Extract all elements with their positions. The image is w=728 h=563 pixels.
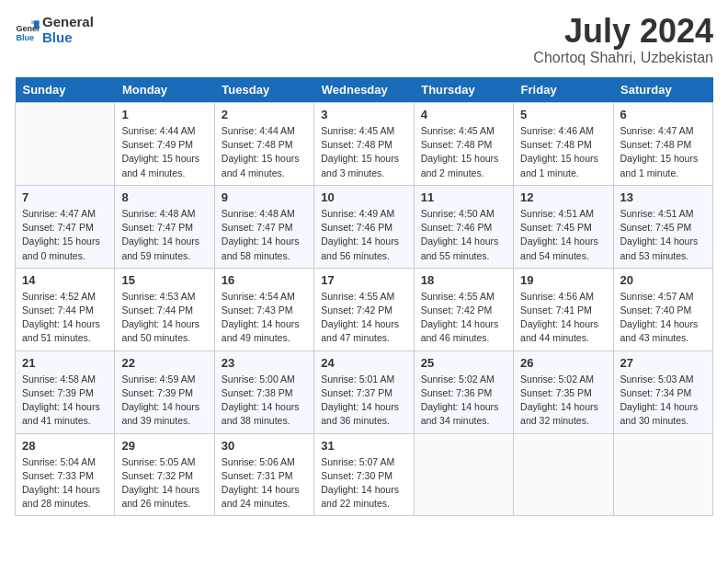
day-info: Sunrise: 4:44 AMSunset: 7:48 PMDaylight:… — [222, 124, 307, 180]
weekday-header-friday: Friday — [514, 77, 613, 103]
weekday-header-tuesday: Tuesday — [214, 77, 313, 103]
calendar-day-cell: 15Sunrise: 4:53 AMSunset: 7:44 PMDayligh… — [115, 268, 214, 350]
weekday-header-saturday: Saturday — [613, 77, 712, 103]
day-info: Sunrise: 4:48 AMSunset: 7:47 PMDaylight:… — [222, 207, 307, 263]
calendar-week-row: 14Sunrise: 4:52 AMSunset: 7:44 PMDayligh… — [16, 268, 713, 350]
calendar-table: SundayMondayTuesdayWednesdayThursdayFrid… — [15, 77, 713, 516]
day-info: Sunrise: 5:01 AMSunset: 7:37 PMDaylight:… — [321, 373, 406, 429]
day-number: 28 — [22, 439, 108, 453]
weekday-header-row: SundayMondayTuesdayWednesdayThursdayFrid… — [16, 77, 713, 103]
day-info: Sunrise: 4:55 AMSunset: 7:42 PMDaylight:… — [421, 290, 506, 346]
day-number: 21 — [22, 356, 108, 370]
day-info: Sunrise: 4:58 AMSunset: 7:39 PMDaylight:… — [22, 373, 108, 429]
calendar-day-cell: 5Sunrise: 4:46 AMSunset: 7:48 PMDaylight… — [514, 103, 613, 186]
day-info: Sunrise: 5:00 AMSunset: 7:38 PMDaylight:… — [222, 373, 307, 429]
calendar-week-row: 28Sunrise: 5:04 AMSunset: 7:33 PMDayligh… — [16, 433, 713, 516]
calendar-day-cell: 22Sunrise: 4:59 AMSunset: 7:39 PMDayligh… — [115, 350, 214, 433]
day-info: Sunrise: 5:05 AMSunset: 7:32 PMDaylight:… — [121, 455, 207, 511]
calendar-day-cell: 20Sunrise: 4:57 AMSunset: 7:40 PMDayligh… — [613, 268, 712, 350]
day-info: Sunrise: 4:54 AMSunset: 7:43 PMDaylight:… — [222, 290, 307, 346]
calendar-day-cell: 24Sunrise: 5:01 AMSunset: 7:37 PMDayligh… — [314, 350, 414, 433]
weekday-header-thursday: Thursday — [414, 77, 513, 103]
calendar-day-cell: 23Sunrise: 5:00 AMSunset: 7:38 PMDayligh… — [214, 350, 313, 433]
day-number: 29 — [121, 439, 207, 453]
calendar-day-cell: 31Sunrise: 5:07 AMSunset: 7:30 PMDayligh… — [314, 433, 414, 516]
calendar-day-cell — [414, 433, 513, 516]
calendar-day-cell — [16, 103, 115, 186]
calendar-day-cell: 19Sunrise: 4:56 AMSunset: 7:41 PMDayligh… — [514, 268, 613, 350]
day-info: Sunrise: 5:04 AMSunset: 7:33 PMDaylight:… — [22, 455, 108, 511]
day-info: Sunrise: 4:48 AMSunset: 7:47 PMDaylight:… — [121, 207, 207, 263]
calendar-day-cell: 30Sunrise: 5:06 AMSunset: 7:31 PMDayligh… — [214, 433, 313, 516]
day-number: 1 — [121, 108, 207, 121]
day-number: 6 — [620, 108, 706, 121]
day-info: Sunrise: 4:51 AMSunset: 7:45 PMDaylight:… — [620, 207, 706, 263]
calendar-day-cell: 7Sunrise: 4:47 AMSunset: 7:47 PMDaylight… — [16, 185, 115, 268]
calendar-day-cell: 1Sunrise: 4:44 AMSunset: 7:49 PMDaylight… — [115, 103, 214, 186]
day-number: 18 — [421, 273, 506, 287]
calendar-day-cell: 26Sunrise: 5:02 AMSunset: 7:35 PMDayligh… — [514, 350, 613, 433]
calendar-week-row: 21Sunrise: 4:58 AMSunset: 7:39 PMDayligh… — [16, 350, 713, 433]
calendar-day-cell: 28Sunrise: 5:04 AMSunset: 7:33 PMDayligh… — [16, 433, 115, 516]
day-number: 5 — [520, 108, 606, 121]
day-number: 3 — [321, 108, 406, 121]
day-number: 4 — [421, 108, 506, 121]
day-info: Sunrise: 4:45 AMSunset: 7:48 PMDaylight:… — [421, 124, 506, 180]
day-number: 24 — [321, 356, 406, 370]
day-number: 27 — [620, 356, 706, 370]
day-number: 12 — [520, 190, 606, 204]
day-number: 30 — [222, 439, 307, 453]
day-number: 17 — [321, 273, 406, 287]
calendar-week-row: 7Sunrise: 4:47 AMSunset: 7:47 PMDaylight… — [16, 185, 713, 268]
calendar-day-cell: 4Sunrise: 4:45 AMSunset: 7:48 PMDaylight… — [414, 103, 513, 186]
calendar-day-cell — [514, 433, 613, 516]
day-number: 25 — [421, 356, 506, 370]
day-info: Sunrise: 4:53 AMSunset: 7:44 PMDaylight:… — [121, 290, 207, 346]
calendar-day-cell: 16Sunrise: 4:54 AMSunset: 7:43 PMDayligh… — [214, 268, 313, 350]
day-info: Sunrise: 5:03 AMSunset: 7:34 PMDaylight:… — [620, 373, 706, 429]
day-info: Sunrise: 4:55 AMSunset: 7:42 PMDaylight:… — [321, 290, 406, 346]
day-info: Sunrise: 5:02 AMSunset: 7:35 PMDaylight:… — [520, 373, 606, 429]
calendar-day-cell: 10Sunrise: 4:49 AMSunset: 7:46 PMDayligh… — [314, 185, 414, 268]
calendar-day-cell: 18Sunrise: 4:55 AMSunset: 7:42 PMDayligh… — [414, 268, 513, 350]
day-info: Sunrise: 4:47 AMSunset: 7:47 PMDaylight:… — [22, 207, 108, 263]
day-number: 23 — [222, 356, 307, 370]
day-number: 2 — [222, 108, 307, 121]
day-info: Sunrise: 5:07 AMSunset: 7:30 PMDaylight:… — [321, 455, 406, 511]
logo: General Blue General Blue — [15, 15, 94, 45]
day-number: 7 — [22, 190, 108, 204]
calendar-day-cell: 2Sunrise: 4:44 AMSunset: 7:48 PMDaylight… — [214, 103, 313, 186]
day-number: 10 — [321, 190, 406, 204]
calendar-day-cell: 12Sunrise: 4:51 AMSunset: 7:45 PMDayligh… — [514, 185, 613, 268]
day-info: Sunrise: 4:45 AMSunset: 7:48 PMDaylight:… — [321, 124, 406, 180]
day-info: Sunrise: 4:44 AMSunset: 7:49 PMDaylight:… — [121, 124, 207, 180]
calendar-day-cell: 9Sunrise: 4:48 AMSunset: 7:47 PMDaylight… — [214, 185, 313, 268]
calendar-day-cell: 8Sunrise: 4:48 AMSunset: 7:47 PMDaylight… — [115, 185, 214, 268]
calendar-day-cell: 21Sunrise: 4:58 AMSunset: 7:39 PMDayligh… — [16, 350, 115, 433]
day-number: 9 — [222, 190, 307, 204]
day-info: Sunrise: 4:50 AMSunset: 7:46 PMDaylight:… — [421, 207, 506, 263]
calendar-day-cell: 17Sunrise: 4:55 AMSunset: 7:42 PMDayligh… — [314, 268, 414, 350]
calendar-day-cell: 14Sunrise: 4:52 AMSunset: 7:44 PMDayligh… — [16, 268, 115, 350]
calendar-day-cell: 29Sunrise: 5:05 AMSunset: 7:32 PMDayligh… — [115, 433, 214, 516]
calendar-day-cell: 13Sunrise: 4:51 AMSunset: 7:45 PMDayligh… — [613, 185, 712, 268]
calendar-header: SundayMondayTuesdayWednesdayThursdayFrid… — [16, 77, 713, 103]
day-info: Sunrise: 5:06 AMSunset: 7:31 PMDaylight:… — [222, 455, 307, 511]
logo-icon: General Blue — [15, 17, 40, 43]
day-info: Sunrise: 5:02 AMSunset: 7:36 PMDaylight:… — [421, 373, 506, 429]
weekday-header-monday: Monday — [115, 77, 214, 103]
day-number: 11 — [421, 190, 506, 204]
calendar-day-cell: 25Sunrise: 5:02 AMSunset: 7:36 PMDayligh… — [414, 350, 513, 433]
logo-blue: Blue — [42, 30, 94, 46]
day-number: 15 — [121, 273, 207, 287]
day-number: 22 — [121, 356, 207, 370]
month-title: July 2024 — [533, 15, 713, 48]
location: Chortoq Shahri, Uzbekistan — [533, 50, 713, 66]
day-info: Sunrise: 4:52 AMSunset: 7:44 PMDaylight:… — [22, 290, 108, 346]
day-info: Sunrise: 4:47 AMSunset: 7:48 PMDaylight:… — [620, 124, 706, 180]
day-info: Sunrise: 4:59 AMSunset: 7:39 PMDaylight:… — [121, 373, 207, 429]
calendar-body: 1Sunrise: 4:44 AMSunset: 7:49 PMDaylight… — [16, 103, 713, 516]
weekday-header-sunday: Sunday — [16, 77, 115, 103]
calendar-day-cell: 3Sunrise: 4:45 AMSunset: 7:48 PMDaylight… — [314, 103, 414, 186]
calendar-week-row: 1Sunrise: 4:44 AMSunset: 7:49 PMDaylight… — [16, 103, 713, 186]
